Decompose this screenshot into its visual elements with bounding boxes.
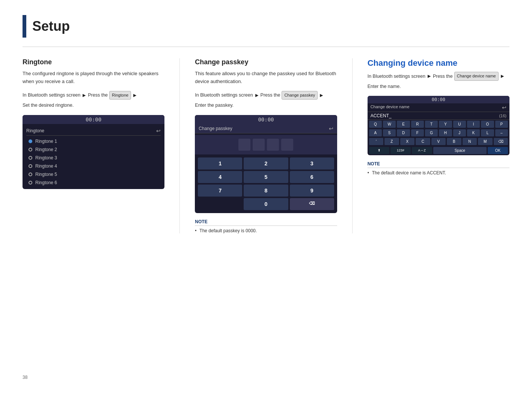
numpad-cell-2 [253,139,265,151]
kb-key-atoz[interactable]: A↔Z [412,147,432,154]
kb-return-icon: ↩ [502,104,506,110]
passkey-numpad-display [195,135,337,154]
numpad-key-3[interactable]: 3 [290,157,334,170]
numpad-key-1[interactable]: 1 [198,157,242,170]
kb-key-S[interactable]: S [383,129,396,136]
device-name-note-section: NOTE The default device name is ACCENT. [368,161,509,176]
kb-key-backspace[interactable]: ⌫ [494,138,508,145]
device-name-btn-label: Change device name [454,72,499,81]
ringtone-description: The configured ringtone is played throug… [23,70,164,86]
change-passkey-column: Change passkey This feature allows you t… [195,58,337,233]
ringtone-title: Ringtone [23,58,164,66]
kb-key-P[interactable]: P [495,121,508,128]
kb-key-X[interactable]: X [400,138,414,145]
divider-2 [352,58,353,233]
ringtone-item-5: Ringtone 5 [26,170,161,179]
passkey-instruction-middle: Press the [261,91,280,100]
passkey-note-text: The default passkey is 0000. [195,228,337,233]
kb-key-G[interactable]: G [425,129,438,136]
device-name-instruction: In Bluetooth settings screen ▶ Press the… [368,72,509,91]
passkey-note-title: NOTE [195,219,337,226]
radio-5 [29,173,32,176]
numpad-cell-1 [238,139,250,151]
kb-key-Y[interactable]: Y [439,121,452,128]
ringtone-item-6: Ringtone 6 [26,179,161,187]
kb-key-shift[interactable]: ⬆ [369,147,389,154]
main-columns: Ringtone The configured ringtone is play… [23,58,509,233]
kb-row-3: ' Z X C V B N M ⌫ [368,137,509,146]
kb-key-123[interactable]: 123# [390,147,411,154]
device-name-instruction-prefix: In Bluetooth settings screen [368,72,425,81]
numpad-key-9[interactable]: 9 [290,185,334,197]
passkey-screen: 00:00 Change passkey ↩ 1 2 3 4 5 6 7 8 9 [195,115,337,213]
kb-key-H[interactable]: H [439,129,452,136]
kb-key-N[interactable]: N [463,138,477,145]
kb-key-C[interactable]: C [416,138,430,145]
kb-key-J[interactable]: J [453,129,466,136]
divider-1 [179,58,180,233]
numpad-key-7[interactable]: 7 [198,185,242,197]
passkey-screen-label: Change passkey [199,126,232,131]
kb-key-W[interactable]: W [383,121,396,128]
kb-key-A[interactable]: A [369,129,382,136]
kb-key-K[interactable]: K [467,129,480,136]
passkey-arrow: ▶ [255,92,258,99]
device-name-arrow: ▶ [428,73,431,80]
ringtone-screen-body: Ringtone ↩ Ringtone 1 Ringtone 2 Rington… [23,124,164,189]
kb-key-T[interactable]: T [425,121,438,128]
kb-key-Q[interactable]: Q [369,121,382,128]
passkey-instruction-suffix: Enter the passkey. [195,101,234,110]
kb-key-I[interactable]: I [467,121,480,128]
kb-key-space[interactable]: Space [433,147,487,154]
numpad-key-6[interactable]: 6 [290,171,334,183]
kb-key-V[interactable]: V [431,138,446,145]
keyboard-screen: 00:00 Change device name ↩ ACCENT_ (16) … [368,96,509,155]
page-number: 38 [23,375,27,380]
ringtone-instruction-prefix: In Bluetooth settings screen [23,91,80,100]
kb-key-F[interactable]: F [411,129,424,136]
passkey-screen-time: 00:00 [195,115,337,124]
kb-key-D[interactable]: D [397,129,410,136]
kb-key-B[interactable]: B [447,138,461,145]
kb-char-count: (16) [499,114,506,118]
kb-key-O[interactable]: O [481,121,494,128]
numpad-key-2[interactable]: 2 [244,157,288,170]
kb-bottom-row: ⬆ 123# A↔Z Space OK [368,146,509,155]
ringtone-instruction: In Bluetooth settings screen ▶ Press the… [23,91,164,110]
ringtone-screen-row-title: Ringtone ↩ [26,126,161,136]
kb-key-Z[interactable]: Z [384,138,399,145]
kb-key-E[interactable]: E [397,121,410,128]
numpad-key-4[interactable]: 4 [198,171,242,183]
radio-3 [29,156,32,160]
kb-key-U[interactable]: U [453,121,466,128]
passkey-arrow2: ▶ [320,92,323,99]
passkey-return-icon: ↩ [329,126,333,132]
kb-key-M[interactable]: M [478,138,492,145]
radio-1 [29,139,32,143]
ringtone-column: Ringtone The configured ringtone is play… [23,58,164,195]
numpad-key-8[interactable]: 8 [244,185,288,197]
passkey-instruction: In Bluetooth settings screen ▶ Press the… [195,91,337,110]
kb-key-apostrophe[interactable]: ' [369,138,383,145]
changing-device-name-column: Changing device name In Bluetooth settin… [368,58,509,176]
ringtone-return-icon: ↩ [156,128,161,134]
numpad-grid: 1 2 3 4 5 6 7 8 9 0 ⌫ [195,154,337,213]
passkey-btn-label: Change passkey [282,91,318,100]
passkey-instruction-prefix: In Bluetooth settings screen [195,91,253,100]
kb-input-value: ACCENT_ [371,113,392,118]
numpad-cell-4 [281,139,293,151]
kb-key-R[interactable]: R [411,121,424,128]
numpad-key-backspace[interactable]: ⌫ [290,198,334,210]
numpad-key-0[interactable]: 0 [244,198,288,210]
device-name-arrow2: ▶ [501,73,504,80]
kb-key-ok[interactable]: OK [488,147,508,154]
numpad-key-5[interactable]: 5 [244,171,288,183]
kb-row-title: Change device name ↩ [368,103,509,112]
ringtone-item-3: Ringtone 3 [26,154,161,162]
kb-key-L[interactable]: L [481,129,494,136]
ringtone-instruction-middle: Press the [88,91,108,100]
kb-key-dash[interactable]: – [495,129,508,136]
ringtone-instruction-suffix: Set the desired ringtone. [23,101,74,110]
numpad-cell-3 [267,139,279,151]
passkey-note-section: NOTE The default passkey is 0000. [195,219,337,233]
